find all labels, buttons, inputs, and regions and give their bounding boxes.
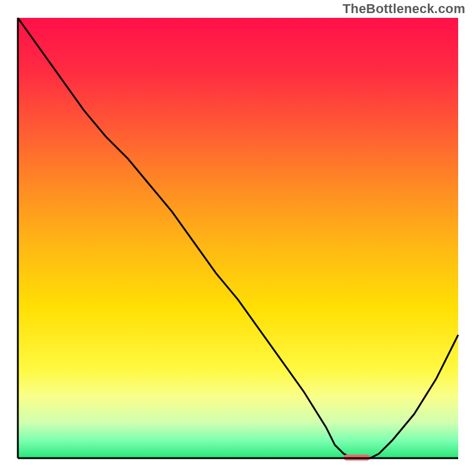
chart-background xyxy=(18,18,458,458)
watermark-text: TheBottleneck.com xyxy=(343,1,465,17)
bottleneck-chart xyxy=(0,0,476,476)
